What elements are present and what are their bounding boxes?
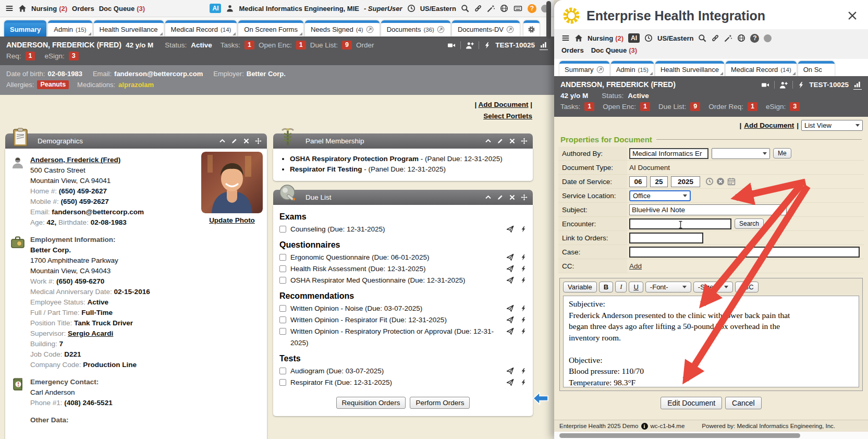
requisition-orders-button[interactable]: Requisition Orders: [336, 397, 406, 409]
me-button[interactable]: Me: [773, 148, 791, 158]
esign-badge[interactable]: 3: [790, 102, 800, 111]
telehealth-camera-icon[interactable]: [447, 41, 456, 50]
variable-button[interactable]: Variable: [563, 282, 597, 292]
move-icon[interactable]: [521, 194, 528, 201]
add-user-icon[interactable]: [779, 81, 788, 89]
due-item-checkbox[interactable]: [279, 328, 286, 335]
link-to-orders-input[interactable]: [629, 233, 703, 243]
select-portlets-link[interactable]: Select Portlets: [483, 112, 532, 120]
bolt-icon[interactable]: [520, 225, 527, 233]
horizontal-scrollbar[interactable]: [554, 432, 868, 439]
bolt-icon[interactable]: [520, 276, 527, 284]
encounter-search-button[interactable]: Search: [735, 218, 764, 229]
telehealth-camera-icon[interactable]: [761, 81, 769, 89]
authored-by-select[interactable]: [712, 148, 770, 159]
ai-badge[interactable]: AI: [210, 4, 221, 13]
date-year-input[interactable]: [671, 176, 700, 187]
send-plane-icon[interactable]: [506, 265, 514, 273]
record-id[interactable]: TEST-10025: [809, 79, 849, 90]
due-list-badge[interactable]: 9: [690, 102, 700, 111]
external-link-icon[interactable]: [366, 26, 374, 33]
left-vertical-scrollbar[interactable]: [546, 0, 552, 439]
scrollbar-thumb[interactable]: [546, 1, 551, 39]
nav-nursing[interactable]: Nursing(2): [588, 34, 624, 42]
bolt-icon[interactable]: [520, 367, 527, 375]
bolt-icon[interactable]: [520, 265, 527, 273]
patient-name[interactable]: ANDERSON, FREDERICK (FRED): [560, 79, 676, 90]
clock-icon[interactable]: [644, 34, 653, 42]
scrollbar-thumb[interactable]: [559, 433, 800, 438]
open-enc-badge[interactable]: 1: [296, 41, 306, 50]
patient-name[interactable]: ANDERSON, FREDERICK (FRED): [6, 40, 121, 51]
tab-medical-record[interactable]: Medical Record(14): [726, 61, 797, 76]
wand-icon[interactable]: [487, 4, 495, 13]
move-icon[interactable]: [255, 138, 262, 144]
document-text-area[interactable]: Subjective: Frederick Anderson presented…: [563, 296, 859, 387]
nav-orders[interactable]: Orders: [72, 5, 94, 13]
chart-stats-icon[interactable]: [853, 80, 862, 90]
timezone[interactable]: US/Eastern: [657, 34, 693, 42]
update-photo-link[interactable]: Update Photo: [209, 216, 255, 224]
search-icon[interactable]: [698, 34, 706, 42]
avatar[interactable]: [764, 34, 772, 42]
edit-icon[interactable]: [231, 138, 238, 144]
bolt-icon[interactable]: [520, 304, 527, 312]
record-id[interactable]: TEST-10025: [495, 40, 535, 51]
due-item-checkbox[interactable]: [279, 265, 286, 272]
bolt-icon[interactable]: [484, 41, 491, 50]
cc-add-link[interactable]: Add: [629, 262, 642, 270]
clock-icon[interactable]: [407, 4, 415, 13]
timezone[interactable]: US/Eastern: [420, 5, 456, 13]
menu-icon[interactable]: [5, 4, 14, 13]
due-item-checkbox[interactable]: [279, 254, 286, 261]
tab-admin[interactable]: Admin(15): [611, 61, 654, 76]
order-req-badge[interactable]: 1: [748, 102, 757, 111]
ai-badge[interactable]: AI: [628, 33, 640, 43]
portlet-header[interactable]: Due List: [273, 190, 533, 205]
patient-name-link[interactable]: Anderson, Frederick (Fred): [30, 156, 120, 164]
help-icon[interactable]: ?: [750, 34, 759, 43]
close-icon[interactable]: [243, 138, 250, 144]
add-user-icon[interactable]: [466, 41, 474, 50]
edit-icon[interactable]: [497, 194, 504, 201]
due-item-checkbox[interactable]: [279, 305, 286, 312]
tab-summary[interactable]: Summary: [4, 20, 46, 36]
tab-summary[interactable]: Summary: [559, 61, 609, 76]
portlet-header[interactable]: Demographics: [5, 133, 267, 149]
globe-icon[interactable]: [737, 34, 745, 42]
info-icon[interactable]: i: [641, 423, 648, 430]
external-link-icon[interactable]: [506, 26, 514, 33]
send-plane-icon[interactable]: [506, 276, 514, 284]
current-user[interactable]: Medical Informatics Engineering, MIE: [239, 5, 359, 13]
send-plane-icon[interactable]: [506, 316, 514, 324]
keyboard-icon[interactable]: [513, 4, 523, 13]
allergy-badge[interactable]: Peanuts: [37, 80, 69, 89]
due-item-checkbox[interactable]: [279, 368, 286, 374]
esign-badge[interactable]: 3: [69, 52, 79, 60]
italic-button[interactable]: I: [615, 281, 627, 292]
font-select[interactable]: -Font-: [645, 282, 691, 292]
date-month-input[interactable]: [629, 176, 647, 187]
service-location-select[interactable]: Office: [629, 190, 691, 201]
wand-icon[interactable]: [724, 34, 732, 42]
authored-by-input[interactable]: [629, 148, 708, 159]
add-document-link[interactable]: Add Document: [478, 101, 528, 108]
tab-documents[interactable]: Documents(36): [381, 20, 450, 36]
globe-icon[interactable]: [500, 4, 508, 13]
external-link-icon[interactable]: [437, 26, 445, 33]
clear-date-icon[interactable]: [716, 177, 725, 186]
send-plane-icon[interactable]: [506, 253, 514, 261]
tab-medical-record[interactable]: Medical Record(14): [165, 20, 237, 36]
tab-admin[interactable]: Admin(15): [48, 20, 92, 36]
send-plane-icon[interactable]: [506, 367, 514, 375]
tab-documents-dv[interactable]: Documents-DV: [452, 20, 520, 36]
menu-icon[interactable]: [561, 34, 570, 42]
subject-input[interactable]: [629, 204, 787, 215]
help-icon[interactable]: ?: [528, 4, 536, 13]
send-plane-icon[interactable]: [506, 379, 514, 386]
home-icon[interactable]: [574, 34, 583, 42]
due-item-checkbox[interactable]: [279, 379, 286, 386]
send-plane-icon[interactable]: [506, 225, 514, 233]
medication-value[interactable]: alprazolam: [118, 79, 154, 90]
due-item-checkbox[interactable]: [279, 316, 286, 323]
